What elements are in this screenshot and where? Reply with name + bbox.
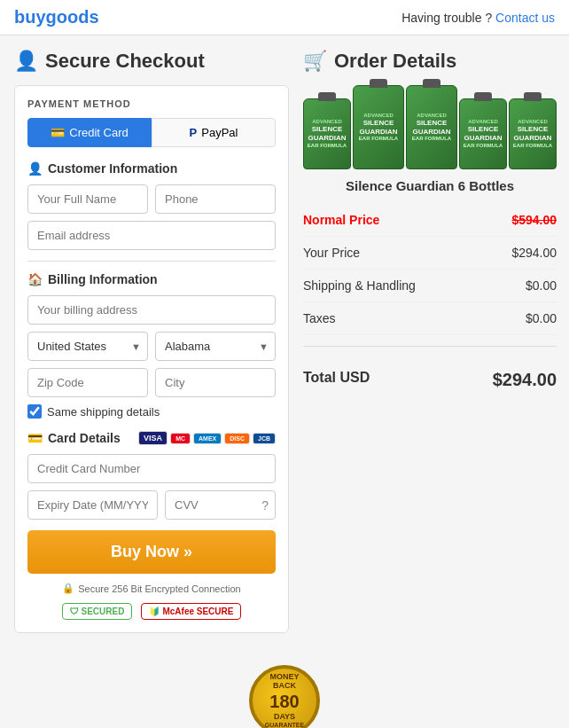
cvv-input[interactable] <box>165 490 276 520</box>
bottle-4: ADVANCED SILENCEGUARDIAN EAR FORMULA <box>459 98 507 169</box>
product-name: Silence Guardian 6 Bottles <box>303 178 557 193</box>
taxes-label: Taxes <box>303 311 336 325</box>
amex-icon: AMEX <box>193 433 222 444</box>
product-image-area: ADVANCED SILENCEGUARDIAN EAR FORMULA ADV… <box>303 85 557 169</box>
country-select-wrap: United States Canada United Kingdom Aust… <box>27 332 148 361</box>
cvv-help-icon[interactable]: ? <box>261 498 269 513</box>
total-label: Total USD <box>303 370 370 390</box>
discover-icon: DISC <box>224 433 250 444</box>
billing-icon: 🏠 <box>27 272 43 286</box>
expiry-input[interactable] <box>27 490 158 520</box>
country-state-row: United States Canada United Kingdom Aust… <box>27 332 276 361</box>
mastercard-icon: MC <box>170 433 191 444</box>
credit-card-icon: 💳 <box>51 126 65 139</box>
state-select[interactable]: Alabama Alaska Arizona California Florid… <box>155 332 276 361</box>
card-icons-group: VISA MC AMEX DISC JCB <box>138 431 276 445</box>
tab-paypal[interactable]: P PayPal <box>152 118 276 147</box>
billing-address-input[interactable] <box>27 295 276 325</box>
trouble-text: Having trouble ? <box>401 11 492 25</box>
shipping-label: Shipping & Handling <box>303 278 416 293</box>
your-price-value: $294.00 <box>511 246 557 260</box>
contact-link[interactable]: Contact us <box>495 11 555 25</box>
card-icon: 💳 <box>27 431 43 445</box>
bottle-5: ADVANCED SILENCEGUARDIAN EAR FORMULA <box>509 98 557 169</box>
name-phone-row <box>27 184 276 214</box>
customer-icon: 👤 <box>27 161 43 176</box>
bottle-3: ADVANCED SILENCEGUARDIAN EAR FORMULA <box>406 85 457 169</box>
secure-note: 🔒 Secure 256 Bit Encrypted Connection <box>27 583 276 594</box>
same-shipping-label: Same shipping details <box>47 405 160 419</box>
card-number-row <box>27 454 276 483</box>
mcafee-icon: 🔰 <box>149 607 160 616</box>
price-divider <box>303 346 557 347</box>
total-value: $294.00 <box>493 370 557 390</box>
order-title: 🛒 Order Details <box>303 50 557 73</box>
state-select-wrap: Alabama Alaska Arizona California Florid… <box>155 332 276 361</box>
bottle-2: ADVANCED SILENCEGUARDIAN EAR FORMULA <box>353 85 404 169</box>
checkout-card: PAYMENT METHOD 💳 Credit Card P PayPal 👤 … <box>14 85 289 633</box>
divider-1 <box>27 261 276 262</box>
logo: buygoods <box>14 7 99 27</box>
zip-input[interactable] <box>27 368 148 397</box>
bottle-1: ADVANCED SILENCEGUARDIAN EAR FORMULA <box>303 98 351 169</box>
address-row <box>27 295 276 325</box>
top-bar: buygoods Having trouble ? Contact us <box>0 0 569 35</box>
city-input[interactable] <box>155 368 276 397</box>
email-input[interactable] <box>27 221 276 250</box>
taxes-value: $0.00 <box>526 311 557 325</box>
left-column: 👤 Secure Checkout PAYMENT METHOD 💳 Credi… <box>14 50 289 633</box>
card-details-heading: 💳 Card Details <box>27 431 121 445</box>
normal-price-row: Normal Price $594.00 <box>303 204 557 237</box>
tab-credit-card[interactable]: 💳 Credit Card <box>27 118 152 147</box>
payment-method-label: PAYMENT METHOD <box>27 98 276 109</box>
phone-input[interactable] <box>155 184 276 214</box>
main-layout: 👤 Secure Checkout PAYMENT METHOD 💳 Credi… <box>0 35 569 647</box>
your-price-row: Your Price $294.00 <box>303 237 557 270</box>
trust-badges: 🛡 SECURED 🔰 McAfee SECURE <box>27 603 276 620</box>
money-back-badge: MONEY BACK 180 DAYS GUARANTEE <box>249 665 320 728</box>
visa-icon: VISA <box>138 431 168 445</box>
total-row: Total USD $294.00 <box>303 357 557 399</box>
paypal-icon: P <box>190 126 198 139</box>
shipping-value: $0.00 <box>526 278 557 293</box>
secured-badge: 🛡 SECURED <box>62 603 133 620</box>
jcb-icon: JCB <box>253 433 276 444</box>
person-icon: 👤 <box>14 50 38 73</box>
right-column: 🛒 Order Details ADVANCED SILENCEGUARDIAN… <box>303 50 557 399</box>
normal-price-label: Normal Price <box>303 213 379 227</box>
checkout-title: 👤 Secure Checkout <box>14 50 289 73</box>
normal-price-value: $594.00 <box>511 213 557 227</box>
lock-icon: 🔒 <box>62 583 74 594</box>
zip-city-row <box>27 368 276 397</box>
full-name-input[interactable] <box>27 184 148 214</box>
taxes-row: Taxes $0.00 <box>303 302 557 335</box>
cart-icon: 🛒 <box>303 50 327 73</box>
card-number-input[interactable] <box>27 454 276 483</box>
product-bottles: ADVANCED SILENCEGUARDIAN EAR FORMULA ADV… <box>303 85 557 169</box>
customer-info-heading: 👤 Customer Information <box>27 161 276 176</box>
shipping-row: Shipping & Handling $0.00 <box>303 270 557 302</box>
same-shipping-row: Same shipping details <box>27 404 276 419</box>
buy-now-button[interactable]: Buy Now » <box>27 530 276 574</box>
mcafee-badge: 🔰 McAfee SECURE <box>141 603 241 620</box>
cvv-wrap: ? <box>165 490 276 520</box>
card-details-header: 💳 Card Details VISA MC AMEX DISC JCB <box>27 431 276 445</box>
email-row <box>27 221 276 250</box>
your-price-label: Your Price <box>303 246 360 260</box>
country-select[interactable]: United States Canada United Kingdom Aust… <box>27 332 148 361</box>
billing-info-heading: 🏠 Billing Information <box>27 272 276 286</box>
shield-icon: 🛡 <box>70 607 79 616</box>
expiry-cvv-row: ? <box>27 490 276 520</box>
same-shipping-checkbox[interactable] <box>27 404 42 419</box>
payment-tabs: 💳 Credit Card P PayPal <box>27 118 276 147</box>
money-back-section: MONEY BACK 180 DAYS GUARANTEE We put our… <box>143 647 426 728</box>
logo-text: buygoods <box>14 7 99 27</box>
trouble-area: Having trouble ? Contact us <box>401 11 555 25</box>
